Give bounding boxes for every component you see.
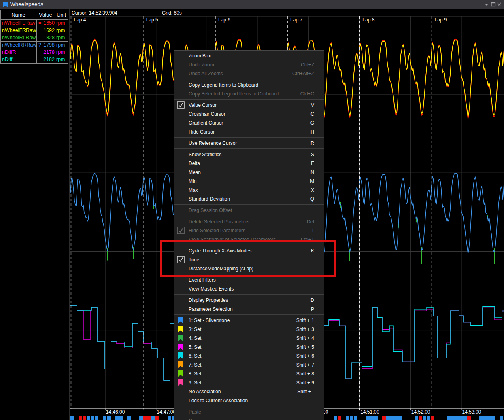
svg-text:Cursor: 14:52:39.904: Cursor: 14:52:39.904: [72, 10, 117, 16]
svg-text:14:46:00: 14:46:00: [106, 409, 125, 415]
svg-text:14:52:00: 14:52:00: [411, 409, 430, 415]
svg-text:14:53:00: 14:53:00: [462, 409, 481, 415]
svg-text:14:51:00: 14:51:00: [360, 409, 379, 415]
svg-text:14:47:00: 14:47:00: [157, 409, 176, 415]
svg-text:Lap 9: Lap 9: [435, 17, 447, 23]
svg-text:Lap 8: Lap 8: [362, 17, 374, 23]
svg-text:Grid: 60s: Grid: 60s: [162, 10, 182, 16]
svg-text:Lap 6: Lap 6: [218, 17, 230, 23]
svg-text:Lap 4: Lap 4: [74, 17, 86, 23]
svg-text:Lap 5: Lap 5: [146, 17, 158, 23]
svg-text:Lap 7: Lap 7: [290, 17, 302, 23]
